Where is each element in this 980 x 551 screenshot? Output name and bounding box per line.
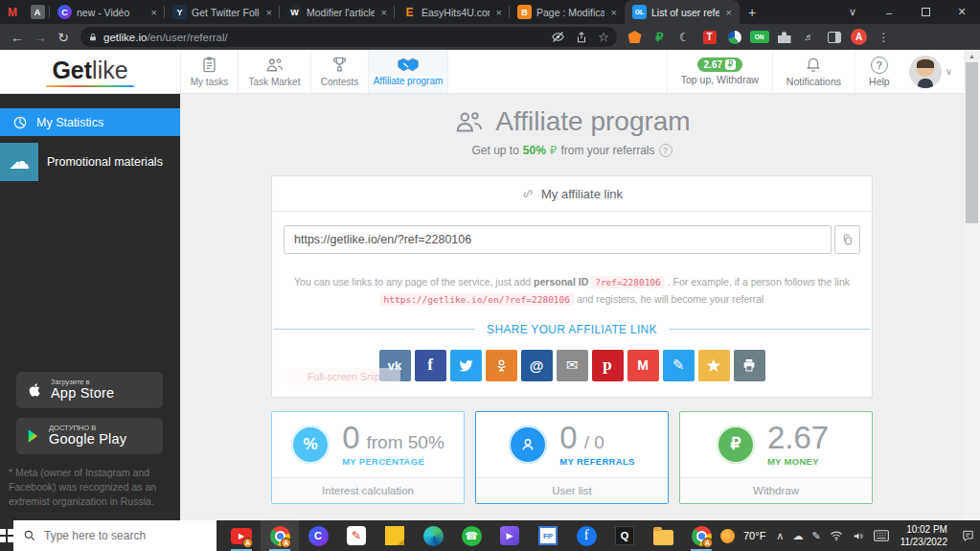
taskbar-search[interactable] xyxy=(13,520,217,551)
media-list-icon[interactable]: ♬ xyxy=(801,29,817,45)
taskbar-clipchamp[interactable]: C xyxy=(299,520,337,551)
pinned-tab-gmail[interactable]: M xyxy=(0,0,25,24)
taskbar-snip-tool[interactable]: ✎ xyxy=(337,520,376,551)
taskbar-sticky-notes[interactable] xyxy=(376,520,414,551)
eye-off-icon[interactable] xyxy=(551,30,565,44)
affiliate-link-input[interactable] xyxy=(284,225,832,254)
extensions-puzzle-icon[interactable] xyxy=(776,29,792,45)
tab-twitter-followers[interactable]: Y Get Twitter Follower × xyxy=(165,0,280,24)
stat-card-referrals[interactable]: 0/ 0 MY REFERRALS User list xyxy=(475,411,669,504)
copy-link-button[interactable] xyxy=(834,225,860,254)
web-stats-icon[interactable] xyxy=(726,29,742,45)
forward-button[interactable]: → xyxy=(29,30,52,45)
taskbar-movies[interactable]: ▶ xyxy=(490,520,529,551)
user-menu[interactable]: ∨ xyxy=(903,50,964,93)
nav-affiliate-program[interactable]: Affiliate program xyxy=(368,50,448,93)
start-button[interactable] xyxy=(0,520,13,551)
close-tab-icon[interactable]: × xyxy=(149,7,159,18)
taskbar-file-explorer[interactable] xyxy=(644,520,682,551)
address-bar[interactable]: getlike.io /en/user/referral/ ☆ xyxy=(80,27,617,47)
mailru-share-button[interactable]: @ xyxy=(521,350,553,381)
stat-footer-link[interactable]: Interest calculation xyxy=(272,477,464,503)
pen-input-icon[interactable]: ✎ xyxy=(811,530,820,542)
gmail-share-button[interactable]: M xyxy=(627,350,659,381)
tab-new-video[interactable]: C new - Vidéo × xyxy=(50,0,165,24)
tab-blogger-page[interactable]: B Page : Modification × xyxy=(510,0,625,24)
close-window-button[interactable]: ✕ xyxy=(944,0,980,24)
bookmark-star-icon[interactable]: ☆ xyxy=(598,30,609,44)
taskbar-edge[interactable] xyxy=(414,520,452,551)
scrollbar-thumb[interactable] xyxy=(966,62,978,223)
reload-button[interactable]: ↻ xyxy=(52,30,75,45)
balance-block[interactable]: 2.67₽ Top up, Withdraw xyxy=(667,50,772,93)
page-scrollbar[interactable]: ▲ xyxy=(964,50,980,520)
weather-sun-icon[interactable] xyxy=(720,529,735,543)
t-extension-icon[interactable]: T xyxy=(701,29,718,45)
close-tab-icon[interactable]: × xyxy=(609,7,619,18)
sidebar-item-my-statistics[interactable]: My Statistics xyxy=(0,108,180,136)
nav-contests[interactable]: Contests xyxy=(310,50,368,93)
close-tab-icon[interactable]: × xyxy=(264,7,274,18)
taskbar-facebook[interactable]: f xyxy=(567,520,605,551)
touch-keyboard-icon[interactable] xyxy=(874,530,889,541)
nav-task-market[interactable]: Task Market xyxy=(238,50,310,93)
help-block[interactable]: ? Help xyxy=(855,50,903,93)
tab-search-icon[interactable]: ∨ xyxy=(834,0,871,24)
stat-card-money[interactable]: ₽ 2.67 MY MONEY Withdraw xyxy=(679,411,873,504)
vpn-on-icon[interactable]: ON xyxy=(751,29,767,45)
email-share-button[interactable]: ✉ xyxy=(557,350,588,381)
twitter-share-button[interactable] xyxy=(450,350,482,381)
attach-share-button[interactable]: ✎ xyxy=(663,350,695,381)
tab-wordpress-edit[interactable]: W Modifier l'article ‹ b × xyxy=(280,0,395,24)
getlike-logo[interactable]: Getlike xyxy=(0,50,180,93)
ruble-extension-icon[interactable]: ₽ xyxy=(651,29,668,45)
profile-avatar-icon[interactable]: A xyxy=(851,29,867,45)
tab-title: Modifier l'article ‹ b xyxy=(307,7,375,18)
search-input[interactable] xyxy=(44,529,207,542)
pinterest-share-button[interactable]: p xyxy=(592,350,624,381)
sidebar-item-promotional-materials[interactable]: ☁ ↑ Promotional materials xyxy=(0,143,180,181)
close-tab-icon[interactable]: × xyxy=(379,7,389,18)
tab-getlike-referrals[interactable]: GL List of user referrals × xyxy=(625,0,740,24)
notifications-block[interactable]: Notifications xyxy=(772,50,855,93)
metamask-icon[interactable] xyxy=(627,29,643,45)
close-tab-icon[interactable]: × xyxy=(494,7,504,18)
stat-card-percentage[interactable]: % 0from 50% MY PERCENTAGE Interest calcu… xyxy=(271,411,465,504)
odnoklassniki-share-button[interactable] xyxy=(486,350,517,381)
back-button[interactable]: ← xyxy=(6,30,29,45)
app-store-badge[interactable]: Загрузите вApp Store xyxy=(16,372,163,408)
temperature[interactable]: 70°F xyxy=(743,530,765,541)
minimize-button[interactable]: – xyxy=(871,0,907,24)
onedrive-cloud-icon[interactable]: ☁ xyxy=(792,530,803,542)
browser-menu-icon[interactable]: ⋮ xyxy=(876,29,892,45)
close-tab-icon[interactable]: × xyxy=(724,7,734,18)
copy-icon xyxy=(841,233,854,246)
google-play-badge[interactable]: ДОСТУПНО ВGoogle Play xyxy=(16,418,163,454)
clock[interactable]: 10:02 PM11/23/2022 xyxy=(900,523,947,548)
print-share-button[interactable] xyxy=(734,350,765,381)
facebook-share-button[interactable]: f xyxy=(415,350,446,381)
side-panel-icon[interactable] xyxy=(826,29,842,45)
taskbar-youtube[interactable]: ▶A xyxy=(222,520,261,551)
tray-chevron-up-icon[interactable]: ∧ xyxy=(776,530,784,542)
tab-easyhits4u[interactable]: E EasyHits4U.com - m × xyxy=(395,0,510,24)
subtitle-help-icon[interactable]: ? xyxy=(659,144,672,157)
bookmark-share-button[interactable]: ★ xyxy=(698,350,730,381)
taskbar-q-app[interactable]: Q xyxy=(605,520,644,551)
volume-icon[interactable] xyxy=(852,530,865,542)
scroll-up-arrow[interactable]: ▲ xyxy=(964,50,980,61)
taskbar-whatsapp[interactable]: ☎ xyxy=(452,520,490,551)
action-center-icon[interactable] xyxy=(956,529,980,542)
stat-footer-link[interactable]: Withdraw xyxy=(680,477,872,503)
taskbar-fp[interactable]: FP xyxy=(529,520,567,551)
pinned-tab-translate[interactable]: A xyxy=(25,0,50,24)
nav-my-tasks[interactable]: My tasks xyxy=(180,50,238,93)
taskbar-chrome[interactable]: A xyxy=(261,520,299,551)
dark-mode-icon[interactable]: ☾ xyxy=(676,29,693,45)
share-icon[interactable] xyxy=(575,31,588,44)
wifi-icon[interactable] xyxy=(830,530,843,541)
new-tab-button[interactable]: + xyxy=(740,0,764,24)
maximize-button[interactable] xyxy=(907,0,944,24)
stat-footer-link[interactable]: User list xyxy=(476,477,668,503)
taskbar-chrome-2[interactable]: A xyxy=(682,520,720,551)
